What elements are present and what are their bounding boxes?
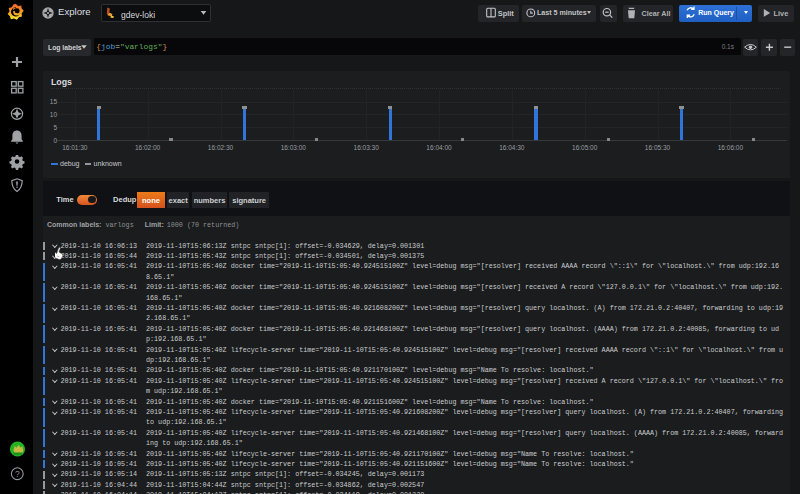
svg-text:?: ? <box>15 469 20 479</box>
